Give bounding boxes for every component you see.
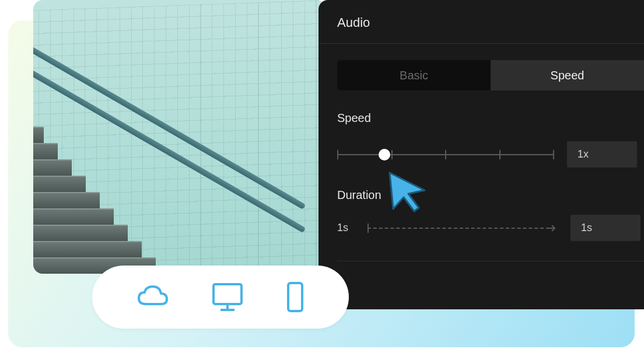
duration-track[interactable] — [368, 222, 556, 234]
cloud-button[interactable] — [134, 283, 172, 311]
panel-title: Audio — [318, 0, 644, 44]
tab-basic[interactable]: Basic — [337, 60, 491, 90]
audio-panel: Audio Basic Speed Speed 1x Duration 1s 1… — [318, 0, 644, 309]
speed-value[interactable]: 1x — [567, 141, 637, 167]
tab-speed[interactable]: Speed — [491, 60, 644, 90]
duration-min: 1s — [337, 222, 354, 234]
desktop-icon — [209, 281, 246, 313]
cloud-icon — [134, 283, 172, 311]
speed-label: Speed — [337, 111, 644, 125]
desktop-button[interactable] — [209, 281, 246, 313]
duration-value[interactable]: 1s — [570, 215, 640, 241]
svg-rect-3 — [288, 283, 302, 311]
speed-slider[interactable] — [337, 148, 553, 162]
duration-dashes — [368, 228, 550, 229]
speed-slider-row: 1x — [337, 141, 644, 167]
slider-tick — [337, 150, 338, 159]
phone-icon — [284, 281, 307, 313]
speed-slider-thumb[interactable] — [379, 149, 390, 160]
duration-label: Duration — [337, 189, 644, 202]
preview-thumbnail — [33, 0, 326, 274]
phone-button[interactable] — [284, 281, 307, 313]
device-toolbar — [92, 266, 349, 329]
slider-tick — [553, 150, 554, 159]
duration-row: 1s 1s — [337, 215, 644, 241]
svg-rect-0 — [214, 284, 242, 304]
slider-tick — [499, 150, 501, 159]
arrow-right-icon — [548, 224, 556, 232]
slider-tick — [391, 150, 393, 159]
panel-divider — [337, 261, 644, 261]
tabs: Basic Speed — [337, 60, 644, 90]
stairs — [33, 116, 162, 274]
slider-tick — [445, 150, 446, 159]
